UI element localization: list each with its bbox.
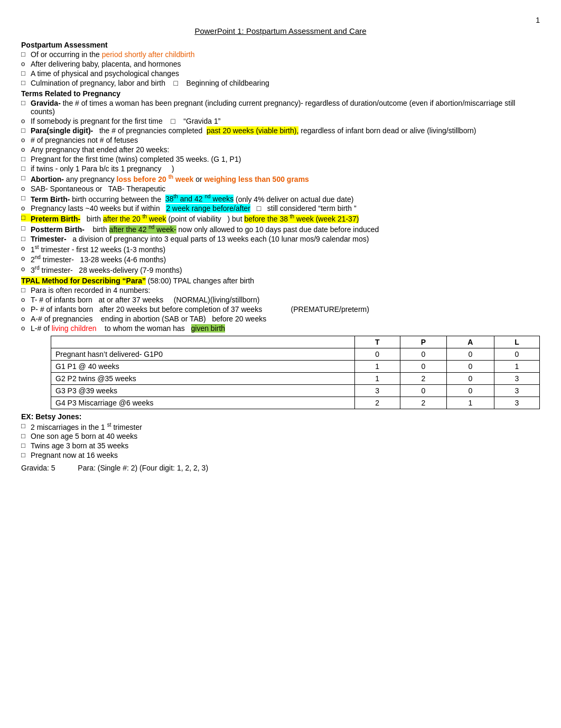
page-title: PowerPoint 1: Postpartum Assessment and … <box>21 26 540 35</box>
item-text: Pregnancy lasts ~40 weeks but if within … <box>31 204 357 213</box>
list-item: □ Of or occurring in the period shortly … <box>21 50 540 59</box>
item-text: 2 miscarriages in the 1 st trimester <box>31 422 142 431</box>
item-text: if twins - only 1 Para b/c its 1 pregnan… <box>31 164 174 173</box>
table-header-p: P <box>400 336 446 348</box>
term-range-highlight: 2 week range before/after <box>166 204 250 213</box>
para-sub2b: □ if twins - only 1 Para b/c its 1 pregn… <box>21 164 540 173</box>
tpal-a: o A-# of pregnancies ending in abortion … <box>21 315 540 323</box>
table-header-a: A <box>446 336 494 348</box>
item-text: If somebody is pregnant for the first ti… <box>31 117 220 125</box>
table-cell-a: 0 <box>446 360 494 372</box>
table-cell-t: 1 <box>354 360 400 372</box>
item-text: # of pregnancies not # of fetuses <box>31 136 138 144</box>
item-text: Preterm Birth- birth after the 20 th wee… <box>31 214 359 223</box>
sub-bullet-icon: o <box>21 315 31 322</box>
table-cell-p: 0 <box>400 348 446 360</box>
term-birth-item: □ Term Birth- birth occurring between th… <box>21 194 540 204</box>
highlight-text: period shortly after childbirth <box>102 50 195 59</box>
list-item: o After delivering baby, placenta, and h… <box>21 60 540 68</box>
bullet-icon: □ <box>21 441 31 449</box>
item-text: Gravida- the # of times a woman has been… <box>31 99 540 116</box>
table-cell-label: Pregnant hasn’t delivered- G1P0 <box>51 348 355 360</box>
sub-bullet-icon: o <box>21 244 31 252</box>
item-text: P- # of infants born after 20 weeks but … <box>31 305 369 314</box>
tpal-l: o L-# of living children to whom the wom… <box>21 324 540 333</box>
bullet-icon: □ <box>21 174 31 182</box>
sub-bullet-icon: o <box>21 204 31 212</box>
postpartum-header: Postpartum Assessment <box>21 41 540 49</box>
bullet-icon: □ <box>21 69 31 77</box>
example-item3: □ Twins age 3 born at 35 weeks <box>21 441 540 450</box>
table-row: G1 P1 @ 40 weeks 1 0 0 1 <box>51 360 540 372</box>
item-text: Culmination of pregnancy, labor and birt… <box>31 79 269 87</box>
sub-bullet-icon: o <box>21 305 31 313</box>
example-footer: Gravida: 5 Para: (Single #: 2) (Four dig… <box>21 463 540 474</box>
table-cell-t: 0 <box>354 348 400 360</box>
table-row: G4 P3 Miscarriage @6 weeks 2 2 1 3 <box>51 397 540 409</box>
table-header-t: T <box>354 336 400 348</box>
bullet-icon: □ <box>21 422 31 430</box>
list-item: □ A time of physical and psychological c… <box>21 69 540 78</box>
table-cell-p: 2 <box>400 397 446 409</box>
table-cell-t: 1 <box>354 372 400 384</box>
para-note: □ Para is often recorded in 4 numbers: <box>21 286 540 294</box>
page-number: 1 <box>21 16 540 24</box>
list-item: □ Culmination of pregnancy, labor and bi… <box>21 79 540 87</box>
item-text: One son age 5 born at 40 weeks <box>31 432 137 440</box>
table-header-l: L <box>494 336 539 348</box>
para-sub2: o Any pregnancy that ended after 20 week… <box>21 145 540 154</box>
postterm-birth-item: □ Postterm Birth- birth after the 42 nd … <box>21 224 540 234</box>
bullet-icon: □ <box>21 194 31 202</box>
bullet-icon: □ <box>21 126 31 134</box>
item-text: SAB- Spontaneous or TAB- Therapeutic <box>31 185 165 193</box>
sub-bullet-icon: □ <box>21 155 31 163</box>
table-row: G2 P2 twins @35 weeks 1 2 0 3 <box>51 372 540 384</box>
bullet-icon: □ <box>21 99 31 107</box>
trimester-sub2: o 2nd trimester- 13-28 weeks (4-6 months… <box>21 254 540 264</box>
tpal-header-highlight: TPAL Method for Describing “Para” <box>21 277 146 285</box>
sub-bullet-icon: o <box>21 60 31 68</box>
item-text: T- # of infants born at or after 37 week… <box>31 296 259 304</box>
item-text: Of or occurring in the period shortly af… <box>31 50 195 59</box>
sub-bullet-icon: o <box>21 265 31 273</box>
table-cell-t: 2 <box>354 397 400 409</box>
tpal-header-after: (58:00) TPAL changes after birth <box>148 277 254 285</box>
table-cell-label: G1 P1 @ 40 weeks <box>51 360 355 372</box>
bullet-icon: □ <box>21 50 31 58</box>
item-text: 3rd trimester- 28 weeks-delivery (7-9 mo… <box>31 265 182 274</box>
item-text: Para is often recorded in 4 numbers: <box>31 286 150 294</box>
table-cell-label: G3 P3 @39 weeks <box>51 384 355 397</box>
sub-bullet-icon: o <box>21 254 31 262</box>
para-sub1: o # of pregnancies not # of fetuses <box>21 136 540 144</box>
item-text: Pregnant for the first time (twins) comp… <box>31 155 241 163</box>
terms-section: Terms Related to Pregnancy □ Gravida- th… <box>21 89 540 274</box>
table-cell-t: 3 <box>354 384 400 397</box>
preterm-birth-item: □ Preterm Birth- birth after the 20 th w… <box>21 214 540 223</box>
sub-bullet-icon: o <box>21 296 31 303</box>
table-cell-label: G2 P2 twins @35 weeks <box>51 372 355 384</box>
preterm-highlight1: after the 20 th week <box>103 215 166 223</box>
gravida-result: Gravida: 5 Para: (Single #: 2) (Four dig… <box>21 464 208 472</box>
trimester-sub3: o 3rd trimester- 28 weeks-delivery (7-9 … <box>21 265 540 274</box>
postpartum-section: Postpartum Assessment □ Of or occurring … <box>21 41 540 87</box>
bullet-icon: □ <box>21 79 31 87</box>
table-cell-p: 2 <box>400 372 446 384</box>
item-text: 1st trimester - first 12 weeks (1-3 mont… <box>31 244 165 254</box>
tpal-section: TPAL Method for Describing “Para” (58:00… <box>21 277 540 409</box>
sub-bullet-icon: o <box>21 145 31 153</box>
item-text: Abortion- any pregnancy loss before 20 t… <box>31 174 309 183</box>
abortion-item: □ Abortion- any pregnancy loss before 20… <box>21 174 540 183</box>
table-cell-a: 1 <box>446 397 494 409</box>
term-highlight: 38th and 42 nd weeks <box>165 195 233 203</box>
item-text: A time of physical and psychological cha… <box>31 69 179 78</box>
bullet-icon: □ <box>21 214 31 222</box>
tpal-table: T P A L Pregnant hasn’t delivered- G1P0 … <box>51 336 540 409</box>
bullet-icon: □ <box>21 286 31 294</box>
trimester-item: □ Trimester- a division of pregnancy int… <box>21 235 540 243</box>
item-text: L-# of living children to whom the woman… <box>31 324 225 333</box>
item-text: After delivering baby, placenta, and hor… <box>31 60 181 68</box>
example-item1: □ 2 miscarriages in the 1 st trimester <box>21 422 540 431</box>
para-item: □ Para(single digit)- the # of pregnanci… <box>21 126 540 135</box>
table-cell-p: 0 <box>400 384 446 397</box>
terms-header: Terms Related to Pregnancy <box>21 89 540 98</box>
